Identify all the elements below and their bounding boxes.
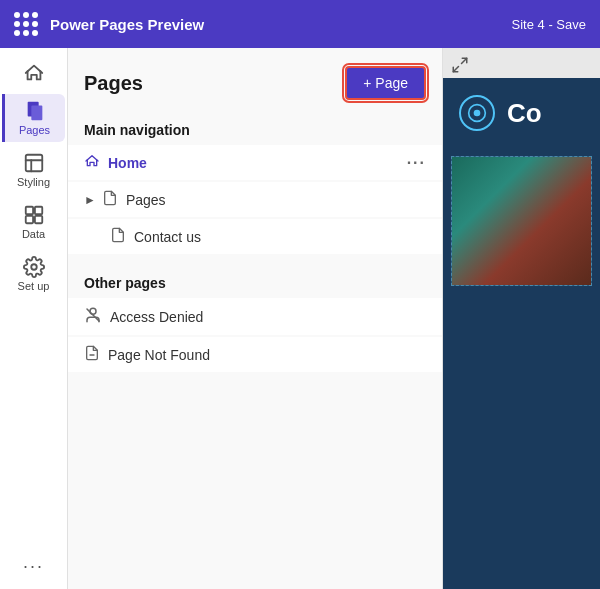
nav-pages-label: Pages [126, 192, 166, 208]
home-more-icon[interactable]: ··· [407, 154, 426, 172]
sidebar-item-data[interactable]: Data [4, 198, 64, 246]
nav-home-label: Home [108, 155, 147, 171]
resize-icon[interactable] [451, 56, 469, 79]
page-doc-icon [102, 190, 118, 209]
nav-page-not-found-label: Page Not Found [108, 347, 210, 363]
preview-site-name: Co [507, 98, 542, 129]
pages-panel-header: Pages + Page [68, 48, 442, 114]
svg-point-9 [31, 264, 37, 270]
preview-pane: Co [443, 48, 600, 589]
sidebar-styling-label: Styling [17, 176, 50, 188]
nav-item-page-not-found[interactable]: Page Not Found [68, 337, 442, 372]
nav-access-denied-label: Access Denied [110, 309, 203, 325]
nav-item-pages[interactable]: ► Pages [68, 182, 442, 217]
svg-rect-7 [25, 216, 32, 223]
app-grid-icon[interactable] [14, 12, 38, 36]
contact-doc-icon [110, 227, 126, 246]
main-layout: Pages Styling Data Set up ··· [0, 48, 600, 589]
other-pages-section-header: Other pages [68, 267, 442, 297]
page-not-found-icon [84, 345, 100, 364]
pages-chevron-icon: ► [84, 193, 96, 207]
svg-line-14 [453, 67, 458, 72]
main-nav-section-header: Main navigation [68, 114, 442, 144]
preview-header: Co [443, 78, 600, 148]
svg-rect-5 [25, 207, 32, 214]
topbar: Power Pages Preview Site 4 - Save [0, 0, 600, 48]
nav-item-access-denied[interactable]: Access Denied [68, 298, 442, 335]
nav-item-contact[interactable]: Contact us [68, 219, 442, 254]
nav-item-home[interactable]: Home ··· [68, 145, 442, 180]
sidebar-data-label: Data [22, 228, 45, 240]
svg-rect-1 [31, 106, 42, 121]
icon-sidebar: Pages Styling Data Set up ··· [0, 48, 68, 589]
app-title: Power Pages Preview [50, 16, 204, 33]
svg-line-13 [462, 58, 467, 63]
pages-panel-title: Pages [84, 72, 143, 95]
more-options-icon[interactable]: ··· [23, 556, 44, 577]
preview-image-placeholder [452, 157, 591, 285]
sidebar-item-setup[interactable]: Set up [4, 250, 64, 298]
svg-point-16 [474, 110, 481, 117]
svg-rect-8 [34, 216, 41, 223]
sidebar-item-styling[interactable]: Styling [4, 146, 64, 194]
pages-panel: Pages + Page Main navigation Home ··· ► … [68, 48, 443, 589]
access-denied-icon [84, 306, 102, 327]
add-page-button[interactable]: + Page [345, 66, 426, 100]
sidebar-setup-label: Set up [18, 280, 50, 292]
svg-rect-6 [34, 207, 41, 214]
home-nav-icon [84, 153, 100, 172]
preview-logo-icon [459, 95, 495, 131]
preview-content: Co [443, 78, 600, 589]
nav-contact-label: Contact us [134, 229, 201, 245]
preview-image-area [451, 156, 592, 286]
svg-line-11 [87, 309, 99, 321]
sidebar-pages-label: Pages [19, 124, 50, 136]
sidebar-item-home[interactable] [4, 56, 64, 90]
site-info: Site 4 - Save [512, 17, 586, 32]
svg-rect-2 [25, 155, 42, 172]
sidebar-item-pages[interactable]: Pages [2, 94, 65, 142]
